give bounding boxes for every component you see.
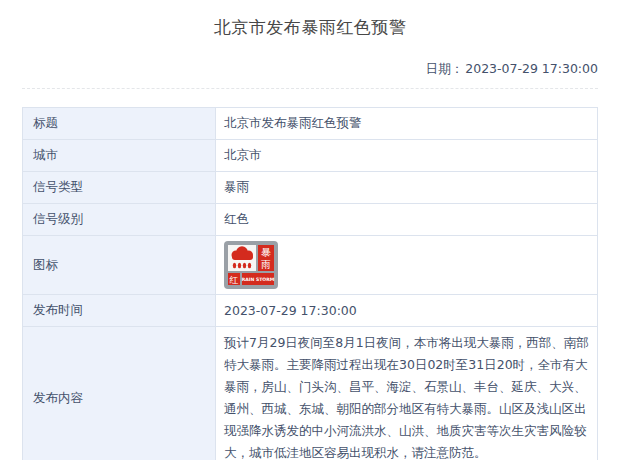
table-row-title: 标题 北京市发布暴雨红色预警 (23, 108, 598, 140)
field-value-publish-time: 2023-07-29 17:30:00 (216, 295, 598, 327)
table-row-publish-time: 发布时间 2023-07-29 17:30:00 (23, 295, 598, 327)
page-container: 北京市发布暴雨红色预警 日期：2023-07-29 17:30:00 标题 北京… (0, 0, 620, 460)
field-label-publish-time: 发布时间 (23, 295, 216, 327)
date-value: 2023-07-29 17:30:00 (465, 61, 598, 76)
table-row-icon: 图标 (23, 236, 598, 295)
field-value-title: 北京市发布暴雨红色预警 (216, 108, 598, 140)
field-label-icon: 图标 (23, 236, 216, 295)
date-label: 日期： (426, 61, 464, 76)
table-row-publish-content: 发布内容 预计7月29日夜间至8月1日夜间，本市将出现大暴雨，西部、南部特大暴雨… (23, 327, 598, 460)
field-label-publish-content: 发布内容 (23, 327, 216, 460)
field-value-publish-content: 预计7月29日夜间至8月1日夜间，本市将出现大暴雨，西部、南部特大暴雨。主要降雨… (216, 327, 598, 460)
table-row-signal-level: 信号级别 红色 (23, 204, 598, 236)
icon-level-char: 红 (229, 275, 239, 285)
field-value-signal-level: 红色 (216, 204, 598, 236)
field-value-city: 北京市 (216, 140, 598, 172)
field-label-signal-type: 信号类型 (23, 172, 216, 204)
page-title: 北京市发布暴雨红色预警 (22, 0, 598, 39)
icon-char-bottom: 雨 (261, 259, 271, 270)
publish-date-line: 日期：2023-07-29 17:30:00 (22, 61, 598, 89)
field-value-icon: 暴 雨 红 RAIN STORM (216, 236, 598, 295)
warning-info-table: 标题 北京市发布暴雨红色预警 城市 北京市 信号类型 暴雨 信号级别 红色 图标 (22, 107, 598, 460)
rainstorm-red-warning-icon: 暴 雨 红 RAIN STORM (224, 241, 278, 289)
field-label-title: 标题 (23, 108, 216, 140)
field-label-city: 城市 (23, 140, 216, 172)
table-row-city: 城市 北京市 (23, 140, 598, 172)
table-row-signal-type: 信号类型 暴雨 (23, 172, 598, 204)
field-label-signal-level: 信号级别 (23, 204, 216, 236)
icon-english-text: RAIN STORM (242, 277, 275, 282)
field-value-signal-type: 暴雨 (216, 172, 598, 204)
icon-char-top: 暴 (261, 247, 271, 258)
